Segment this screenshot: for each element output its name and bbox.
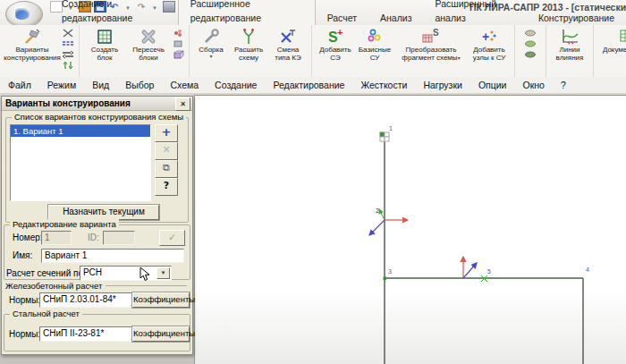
create-block-label: Создать блок <box>84 47 125 63</box>
node-label-right: 4 <box>586 267 589 273</box>
id-label: ID: <box>88 233 99 242</box>
node-label-beam: 5 <box>487 268 491 275</box>
assembly-wrench-icon <box>202 28 220 46</box>
assign-current-button[interactable]: Назначить текущим <box>48 205 159 220</box>
intersect-blocks-button[interactable]: Пересечь блоки <box>126 26 171 63</box>
dropdown-arrow-icon <box>458 54 461 62</box>
change-fe-type-icon <box>279 28 297 46</box>
app-logo-icon[interactable] <box>5 1 43 28</box>
hammer-wrench-icon <box>22 28 42 46</box>
name-field[interactable]: Вариант 1 <box>41 249 184 263</box>
steel-norms-combo[interactable]: СНиП II-23-81* <box>39 326 146 342</box>
soil-layer-icon[interactable] <box>524 29 537 38</box>
combo-arrow-icon[interactable] <box>156 267 170 279</box>
svg-text:+: + <box>337 28 343 38</box>
documentation-button[interactable]: Документация <box>597 26 626 55</box>
menu-edit[interactable]: Редактирование <box>265 80 352 90</box>
transform-fragment-button[interactable]: S Преобразовать фрагмент схемы <box>394 26 468 63</box>
tab-design[interactable]: Конструирование <box>527 11 626 25</box>
apply-check-button[interactable] <box>159 230 185 246</box>
menu-file[interactable]: Файл <box>0 80 39 90</box>
scheme-drawing: 1 2 3 5 4 <box>195 96 626 364</box>
add-nodes-su-button[interactable]: + Добавить узлы к СУ <box>468 26 511 63</box>
load-arrow-blue-diagonal <box>369 220 385 235</box>
block-flower-icon[interactable] <box>172 29 184 38</box>
dialog-title[interactable]: Варианты конструирования <box>2 97 192 111</box>
soil-tools-column <box>519 26 542 59</box>
node-label-top: 1 <box>389 125 393 131</box>
menu-scheme[interactable]: Схема <box>162 80 207 90</box>
node-label-middle: 2 <box>376 207 379 214</box>
design-variants-label: Варианты конструирования <box>4 47 61 63</box>
sections-combo[interactable]: РСН <box>80 266 172 281</box>
titlebar: ПК ЛИРА-САПР 2013 - [статически неи Созд… <box>0 0 626 26</box>
block-gray-icon[interactable] <box>172 39 184 48</box>
block-cube-icon[interactable] <box>172 50 184 59</box>
add-nodes-su-icon: + <box>480 28 498 46</box>
soil-green-icon[interactable] <box>524 39 537 48</box>
assembly-button[interactable]: Сборка <box>193 26 229 58</box>
design-tools-column <box>61 26 75 70</box>
menu-select[interactable]: Выбор <box>117 80 162 90</box>
tab-create-edit[interactable]: Создание и редактирование <box>50 0 178 25</box>
sort-arrows-tool-icon[interactable] <box>62 61 74 70</box>
menu-loads[interactable]: Нагрузки <box>415 80 470 90</box>
menubar: Файл Режим Вид Выбор Схема Создание Реда… <box>0 77 626 94</box>
name-label: Имя: <box>13 250 32 260</box>
crossing-tool-icon[interactable] <box>62 29 74 38</box>
model-canvas[interactable]: 1 2 3 5 4 <box>194 95 626 364</box>
swap-arrows-tool-icon[interactable] <box>62 50 74 59</box>
influence-lines-button[interactable]: Линии влияния <box>550 26 589 63</box>
workspace: 1 2 3 5 4 Варианты конструирования Списо… <box>0 93 626 364</box>
create-block-button[interactable]: Создать блок <box>83 26 126 63</box>
menu-window[interactable]: Окно <box>515 80 553 90</box>
menu-stiffness[interactable]: Жесткости <box>352 80 415 90</box>
add-se-button[interactable]: S + Добавить СЭ <box>316 26 355 63</box>
menu-view[interactable]: Вид <box>84 80 117 90</box>
steel-coefficients-button[interactable]: Коэффициенты <box>132 326 190 342</box>
rc-section-header: Железобетонный расчет <box>5 281 187 291</box>
waves-tool-icon[interactable] <box>62 39 74 48</box>
soil-dark-icon[interactable] <box>524 50 537 59</box>
sections-label: Расчет сечений по: <box>6 268 86 278</box>
assembly-label: Сборка <box>199 47 223 58</box>
rc-coefficients-button[interactable]: Коэффициенты <box>132 292 190 308</box>
rc-norms-combo-value: СНиП 2.03.01-84* <box>43 294 116 304</box>
influence-lines-label: Линии влияния <box>551 47 588 63</box>
delete-variant-button[interactable] <box>155 142 178 160</box>
steel-norms-combo-value: СНиП II-23-81* <box>43 328 104 338</box>
menu-create[interactable]: Создание <box>207 80 265 90</box>
svg-text:S: S <box>433 28 439 38</box>
unstitch-scheme-button[interactable]: Расшить схему <box>229 26 268 63</box>
influence-lines-icon <box>560 28 579 46</box>
corner-node[interactable] <box>384 277 387 281</box>
change-fe-type-button[interactable]: Смена типа КЭ <box>268 26 308 63</box>
steel-norms-label: Нормы: <box>9 329 40 339</box>
transform-fragment-label: Преобразовать фрагмент схемы <box>395 47 467 63</box>
menu-help[interactable]: ? <box>553 80 574 90</box>
rc-section-label: Железобетонный расчет <box>5 281 102 291</box>
dialog-close-button[interactable] <box>175 97 190 111</box>
copy-variant-button[interactable] <box>155 160 178 178</box>
tab-advanced-edit[interactable]: Расширенное редактирование <box>178 0 316 25</box>
help-button[interactable] <box>155 178 178 196</box>
support-node-icon[interactable] <box>380 132 389 141</box>
variants-listbox[interactable]: 1. Вариант 1 <box>10 124 151 201</box>
add-variant-button[interactable] <box>155 124 178 142</box>
basis-su-label: Базисные СУ <box>356 47 393 63</box>
number-label: Номер: <box>13 233 43 242</box>
ribbon-tabs: Создание и редактирование Расширенное ре… <box>50 11 626 25</box>
tab-calculation[interactable]: Расчет <box>316 11 368 25</box>
basis-su-button[interactable]: Базисные СУ <box>355 26 394 63</box>
tab-analysis[interactable]: Анализ <box>368 11 423 25</box>
menu-options[interactable]: Опции <box>470 80 515 90</box>
tab-advanced-analysis[interactable]: Расширенный анализ <box>423 0 526 25</box>
add-nodes-su-label: Добавить узлы к СУ <box>469 47 510 63</box>
blocks-tools-column <box>171 26 185 59</box>
list-item-variant[interactable]: 1. Вариант 1 <box>11 125 150 137</box>
id-field <box>103 231 135 245</box>
rc-norms-combo[interactable]: СНиП 2.03.01-84* <box>39 292 146 308</box>
menu-mode[interactable]: Режим <box>39 80 84 90</box>
design-variants-button[interactable]: Варианты конструирования <box>4 26 61 63</box>
unstitch-scheme-label: Расшить схему <box>230 47 267 63</box>
